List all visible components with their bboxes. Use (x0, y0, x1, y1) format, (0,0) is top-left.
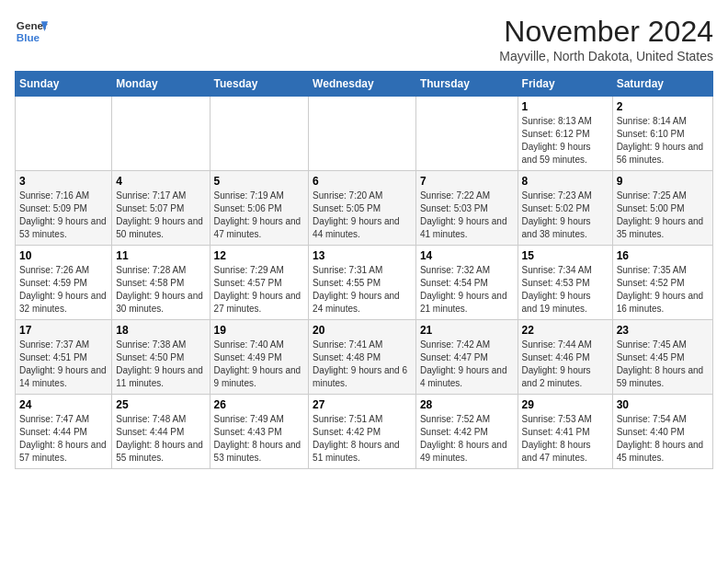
calendar-cell: 10Sunrise: 7:26 AM Sunset: 4:59 PM Dayli… (16, 246, 112, 320)
day-number: 1 (522, 100, 609, 113)
day-info: Sunrise: 7:29 AM Sunset: 4:57 PM Dayligh… (214, 264, 305, 316)
header-cell-sunday: Sunday (16, 72, 112, 97)
day-info: Sunrise: 7:17 AM Sunset: 5:07 PM Dayligh… (116, 190, 205, 241)
day-number: 24 (19, 398, 108, 411)
calendar-cell: 5Sunrise: 7:19 AM Sunset: 5:06 PM Daylig… (210, 171, 309, 246)
day-number: 27 (313, 398, 412, 411)
calendar-header: SundayMondayTuesdayWednesdayThursdayFrid… (16, 72, 713, 97)
calendar-table: SundayMondayTuesdayWednesdayThursdayFrid… (15, 71, 713, 469)
svg-text:Blue: Blue (17, 31, 40, 43)
header-row: SundayMondayTuesdayWednesdayThursdayFrid… (16, 72, 713, 97)
day-info: Sunrise: 7:52 AM Sunset: 4:42 PM Dayligh… (420, 413, 514, 465)
day-number: 16 (617, 249, 709, 262)
calendar-body: 1Sunrise: 8:13 AM Sunset: 6:12 PM Daylig… (16, 97, 713, 469)
day-number: 4 (116, 175, 205, 188)
title-section: November 2024 Mayville, North Dakota, Un… (499, 15, 713, 63)
calendar-cell: 29Sunrise: 7:53 AM Sunset: 4:41 PM Dayli… (518, 395, 612, 469)
day-info: Sunrise: 7:53 AM Sunset: 4:41 PM Dayligh… (522, 413, 609, 465)
calendar-cell: 30Sunrise: 7:54 AM Sunset: 4:40 PM Dayli… (612, 395, 712, 469)
calendar-cell: 8Sunrise: 7:23 AM Sunset: 5:02 PM Daylig… (518, 171, 612, 246)
calendar-cell: 24Sunrise: 7:47 AM Sunset: 4:44 PM Dayli… (16, 395, 112, 469)
calendar-cell: 11Sunrise: 7:28 AM Sunset: 4:58 PM Dayli… (112, 246, 210, 320)
day-info: Sunrise: 7:42 AM Sunset: 4:47 PM Dayligh… (420, 339, 514, 390)
day-number: 7 (420, 175, 514, 188)
day-number: 5 (214, 175, 305, 188)
calendar-cell: 2Sunrise: 8:14 AM Sunset: 6:10 PM Daylig… (612, 97, 712, 171)
day-number: 10 (19, 249, 108, 262)
day-info: Sunrise: 7:25 AM Sunset: 5:00 PM Dayligh… (617, 190, 709, 241)
day-info: Sunrise: 7:32 AM Sunset: 4:54 PM Dayligh… (420, 264, 514, 316)
day-info: Sunrise: 7:51 AM Sunset: 4:42 PM Dayligh… (313, 413, 412, 465)
day-info: Sunrise: 7:54 AM Sunset: 4:40 PM Dayligh… (617, 413, 709, 465)
calendar-cell: 6Sunrise: 7:20 AM Sunset: 5:05 PM Daylig… (309, 171, 416, 246)
header-cell-saturday: Saturday (612, 72, 712, 97)
day-info: Sunrise: 7:31 AM Sunset: 4:55 PM Dayligh… (313, 264, 412, 316)
header-cell-thursday: Thursday (415, 72, 518, 97)
calendar-cell: 27Sunrise: 7:51 AM Sunset: 4:42 PM Dayli… (309, 395, 416, 469)
day-info: Sunrise: 7:48 AM Sunset: 4:44 PM Dayligh… (116, 413, 205, 465)
day-number: 22 (522, 324, 609, 337)
day-number: 12 (214, 249, 305, 262)
day-number: 29 (522, 398, 609, 411)
calendar-cell: 25Sunrise: 7:48 AM Sunset: 4:44 PM Dayli… (112, 395, 210, 469)
day-info: Sunrise: 7:38 AM Sunset: 4:50 PM Dayligh… (116, 339, 205, 390)
calendar-cell: 15Sunrise: 7:34 AM Sunset: 4:53 PM Dayli… (518, 246, 612, 320)
page-header: General Blue November 2024 Mayville, Nor… (15, 15, 713, 63)
day-number: 15 (522, 249, 609, 262)
day-number: 21 (420, 324, 514, 337)
day-number: 19 (214, 324, 305, 337)
day-number: 2 (617, 100, 709, 113)
calendar-cell (309, 97, 416, 171)
calendar-week-row: 24Sunrise: 7:47 AM Sunset: 4:44 PM Dayli… (16, 395, 713, 469)
day-number: 9 (617, 175, 709, 188)
calendar-cell (210, 97, 309, 171)
calendar-cell: 4Sunrise: 7:17 AM Sunset: 5:07 PM Daylig… (112, 171, 210, 246)
calendar-cell: 22Sunrise: 7:44 AM Sunset: 4:46 PM Dayli… (518, 320, 612, 395)
day-info: Sunrise: 7:16 AM Sunset: 5:09 PM Dayligh… (19, 190, 108, 241)
logo-icon: General Blue (15, 15, 48, 48)
calendar-cell: 7Sunrise: 7:22 AM Sunset: 5:03 PM Daylig… (415, 171, 518, 246)
day-number: 26 (214, 398, 305, 411)
day-number: 14 (420, 249, 514, 262)
calendar-cell: 20Sunrise: 7:41 AM Sunset: 4:48 PM Dayli… (309, 320, 416, 395)
calendar-cell: 12Sunrise: 7:29 AM Sunset: 4:57 PM Dayli… (210, 246, 309, 320)
header-cell-tuesday: Tuesday (210, 72, 309, 97)
day-info: Sunrise: 7:26 AM Sunset: 4:59 PM Dayligh… (19, 264, 108, 316)
calendar-week-row: 17Sunrise: 7:37 AM Sunset: 4:51 PM Dayli… (16, 320, 713, 395)
calendar-cell (415, 97, 518, 171)
day-info: Sunrise: 7:41 AM Sunset: 4:48 PM Dayligh… (313, 339, 412, 390)
logo: General Blue (15, 15, 48, 48)
day-info: Sunrise: 7:20 AM Sunset: 5:05 PM Dayligh… (313, 190, 412, 241)
calendar-cell: 3Sunrise: 7:16 AM Sunset: 5:09 PM Daylig… (16, 171, 112, 246)
day-info: Sunrise: 8:13 AM Sunset: 6:12 PM Dayligh… (522, 115, 609, 167)
calendar-cell: 21Sunrise: 7:42 AM Sunset: 4:47 PM Dayli… (415, 320, 518, 395)
page-subtitle: Mayville, North Dakota, United States (499, 49, 713, 63)
day-info: Sunrise: 7:34 AM Sunset: 4:53 PM Dayligh… (522, 264, 609, 316)
calendar-cell: 9Sunrise: 7:25 AM Sunset: 5:00 PM Daylig… (612, 171, 712, 246)
calendar-week-row: 1Sunrise: 8:13 AM Sunset: 6:12 PM Daylig… (16, 97, 713, 171)
day-info: Sunrise: 7:40 AM Sunset: 4:49 PM Dayligh… (214, 339, 305, 390)
calendar-week-row: 3Sunrise: 7:16 AM Sunset: 5:09 PM Daylig… (16, 171, 713, 246)
day-number: 13 (313, 249, 412, 262)
day-info: Sunrise: 7:19 AM Sunset: 5:06 PM Dayligh… (214, 190, 305, 241)
day-number: 17 (19, 324, 108, 337)
day-number: 28 (420, 398, 514, 411)
calendar-week-row: 10Sunrise: 7:26 AM Sunset: 4:59 PM Dayli… (16, 246, 713, 320)
calendar-cell: 28Sunrise: 7:52 AM Sunset: 4:42 PM Dayli… (415, 395, 518, 469)
day-info: Sunrise: 7:35 AM Sunset: 4:52 PM Dayligh… (617, 264, 709, 316)
day-info: Sunrise: 8:14 AM Sunset: 6:10 PM Dayligh… (617, 115, 709, 167)
day-number: 23 (617, 324, 709, 337)
calendar-cell: 26Sunrise: 7:49 AM Sunset: 4:43 PM Dayli… (210, 395, 309, 469)
day-number: 30 (617, 398, 709, 411)
calendar-cell: 18Sunrise: 7:38 AM Sunset: 4:50 PM Dayli… (112, 320, 210, 395)
day-info: Sunrise: 7:37 AM Sunset: 4:51 PM Dayligh… (19, 339, 108, 390)
day-info: Sunrise: 7:22 AM Sunset: 5:03 PM Dayligh… (420, 190, 514, 241)
day-number: 18 (116, 324, 205, 337)
day-info: Sunrise: 7:23 AM Sunset: 5:02 PM Dayligh… (522, 190, 609, 241)
day-number: 25 (116, 398, 205, 411)
day-number: 6 (313, 175, 412, 188)
header-cell-monday: Monday (112, 72, 210, 97)
header-cell-wednesday: Wednesday (309, 72, 416, 97)
day-info: Sunrise: 7:49 AM Sunset: 4:43 PM Dayligh… (214, 413, 305, 465)
day-info: Sunrise: 7:45 AM Sunset: 4:45 PM Dayligh… (617, 339, 709, 390)
